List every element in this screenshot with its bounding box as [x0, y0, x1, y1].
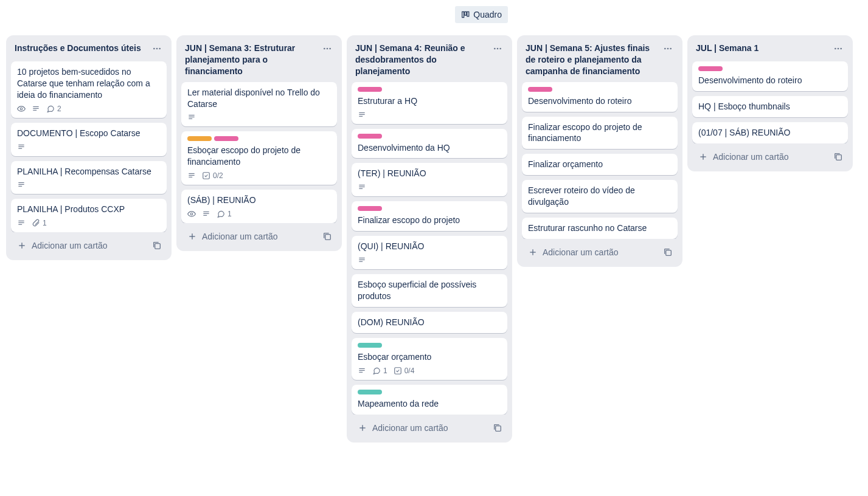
google-drive-button[interactable]: Google Drive — [594, 6, 668, 23]
card[interactable]: Desenvolvimento da HQ — [352, 129, 507, 159]
card[interactable]: PLANILHA | Produtos CCXP1 — [11, 199, 167, 232]
card-title: PLANILHA | Produtos CCXP — [17, 204, 161, 215]
list-footer: Adicionar um cartão — [181, 223, 337, 246]
label-pink[interactable] — [358, 206, 382, 211]
card[interactable]: (QUI) | REUNIÃO — [352, 236, 507, 269]
list-title[interactable]: JUN | Semana 3: Estruturar planejamento … — [185, 43, 316, 77]
svg-point-45 — [497, 48, 499, 50]
card-badges — [358, 256, 501, 264]
powerups-button[interactable]: Power-Ups — [673, 6, 739, 23]
card[interactable]: Esboçar orçamento10/4 — [352, 338, 507, 380]
list-title[interactable]: JUL | Semana 1 — [696, 43, 827, 54]
card-title: Escrever roteiro do vídeo de divulgação — [528, 185, 672, 208]
label-teal[interactable] — [358, 343, 382, 348]
card-title: Estruturar a HQ — [358, 95, 501, 107]
svg-rect-62 — [496, 425, 501, 431]
card-badges — [358, 183, 501, 191]
board-title[interactable]: PLANEJAMENTO GERAL - CCXP (FINANCIAMENTO… — [9, 9, 350, 21]
card[interactable]: Ler material disponível no Trello do Cat… — [181, 82, 337, 127]
card[interactable]: Escrever roteiro do vídeo de divulgação — [522, 180, 678, 213]
description-badge — [32, 105, 40, 113]
list: JUN | Semana 5: Ajustes finais de roteir… — [517, 35, 682, 267]
divider — [383, 9, 384, 20]
card[interactable]: Estruturar rascunho no Catarse — [522, 218, 678, 239]
list-footer: Adicionar um cartão — [692, 143, 848, 167]
card[interactable]: PLANILHA | Recompensas Catarse — [11, 161, 167, 195]
dots-icon — [152, 44, 162, 53]
card-title: HQ | Esboço thumbnails — [698, 101, 842, 112]
view-dropdown-button[interactable] — [513, 7, 533, 22]
star-icon — [361, 10, 371, 19]
list-title[interactable]: JUN | Semana 5: Ajustes finais de roteir… — [526, 43, 657, 77]
label-orange[interactable] — [187, 136, 212, 141]
list-menu-button[interactable] — [831, 43, 845, 57]
chevron-down-icon — [519, 10, 527, 19]
comments-badge-count: 2 — [57, 105, 61, 113]
checklist-badge-count: 0/4 — [404, 367, 415, 375]
card[interactable]: Finalizar escopo do projeto — [352, 201, 507, 231]
label-pink[interactable] — [528, 87, 552, 92]
description-badge-icon — [187, 113, 196, 122]
card-labels — [698, 66, 842, 71]
card[interactable]: 10 projetos bem-sucedidos no Catarse que… — [11, 61, 167, 118]
card-title: (DOM) REUNIÃO — [358, 317, 501, 328]
svg-point-46 — [499, 48, 501, 50]
card[interactable]: Finalizar escopo do projeto de financiam… — [522, 117, 678, 150]
label-teal[interactable] — [358, 390, 382, 394]
label-pink[interactable] — [698, 66, 723, 71]
card[interactable]: (TER) | REUNIÃO — [352, 163, 507, 196]
svg-point-29 — [329, 48, 331, 50]
create-from-template-button[interactable] — [661, 245, 675, 260]
card[interactable]: DOCUMENTO | Escopo Catarse — [11, 123, 167, 156]
svg-marker-0 — [363, 10, 370, 18]
list-menu-button[interactable] — [661, 43, 675, 57]
view-switch-button[interactable]: Quadro — [455, 6, 508, 23]
watch-badge — [17, 105, 26, 113]
board-canvas[interactable]: Instruções e Documentos úteis10 projetos… — [0, 29, 868, 455]
card[interactable]: Desenvolvimento do roteiro — [522, 82, 678, 112]
card[interactable]: Desenvolvimento do roteiro — [692, 61, 848, 91]
label-pink[interactable] — [214, 136, 238, 141]
card[interactable]: HQ | Esboço thumbnails — [692, 96, 848, 117]
list-menu-button[interactable] — [150, 43, 164, 57]
card-title: Finalizar escopo do projeto — [358, 215, 501, 226]
create-from-template-button[interactable] — [320, 229, 335, 244]
card[interactable]: (01/07 | SÁB) REUNIÃO — [692, 122, 848, 143]
card[interactable]: Estruturar a HQ — [352, 82, 507, 124]
filter-button[interactable]: Filtro — [816, 6, 859, 23]
add-card-button[interactable]: Adicionar um cartão — [184, 228, 316, 245]
cards-container: Desenvolvimento do roteiroFinalizar esco… — [522, 82, 678, 239]
add-card-button[interactable]: Adicionar um cartão — [695, 148, 827, 165]
create-from-template-button[interactable] — [490, 421, 505, 435]
list-menu-button[interactable] — [490, 43, 505, 57]
label-pink[interactable] — [358, 87, 382, 92]
automation-button[interactable]: Automação — [744, 6, 811, 23]
visibility-label: Particular — [408, 10, 444, 19]
visibility-button[interactable]: Particular — [390, 6, 450, 23]
list-menu-button[interactable] — [320, 43, 335, 57]
svg-point-71 — [840, 48, 842, 50]
card[interactable]: (SÁB) | REUNIÃO1 — [181, 190, 337, 223]
svg-point-11 — [20, 108, 23, 110]
star-button[interactable] — [355, 6, 377, 23]
card[interactable]: Finalizar orçamento — [522, 154, 678, 175]
list-title[interactable]: Instruções e Documentos úteis — [15, 43, 146, 54]
svg-point-63 — [664, 48, 666, 50]
card[interactable]: Esboço superficial de possíveis produtos — [352, 274, 507, 307]
add-card-button[interactable]: Adicionar um cartão — [354, 419, 487, 436]
svg-point-37 — [190, 213, 193, 215]
create-from-template-button[interactable] — [831, 150, 845, 164]
card[interactable]: (DOM) REUNIÃO — [352, 312, 507, 333]
list-title[interactable]: JUN | Semana 4: Reunião e desdobramentos… — [355, 43, 487, 77]
card-labels — [358, 87, 501, 92]
card[interactable]: Mapeamento da rede — [352, 385, 507, 415]
add-card-button[interactable]: Adicionar um cartão — [13, 237, 146, 254]
checklist-badge-icon — [394, 367, 402, 375]
card[interactable]: Esboçar escopo do projeto de financiamen… — [181, 131, 337, 185]
description-badge-icon — [17, 181, 26, 189]
description-badge-icon — [17, 143, 26, 151]
create-from-template-button[interactable] — [150, 238, 164, 253]
add-card-button[interactable]: Adicionar um cartão — [524, 244, 657, 261]
label-pink[interactable] — [358, 134, 382, 139]
list: Instruções e Documentos úteis10 projetos… — [6, 35, 172, 260]
